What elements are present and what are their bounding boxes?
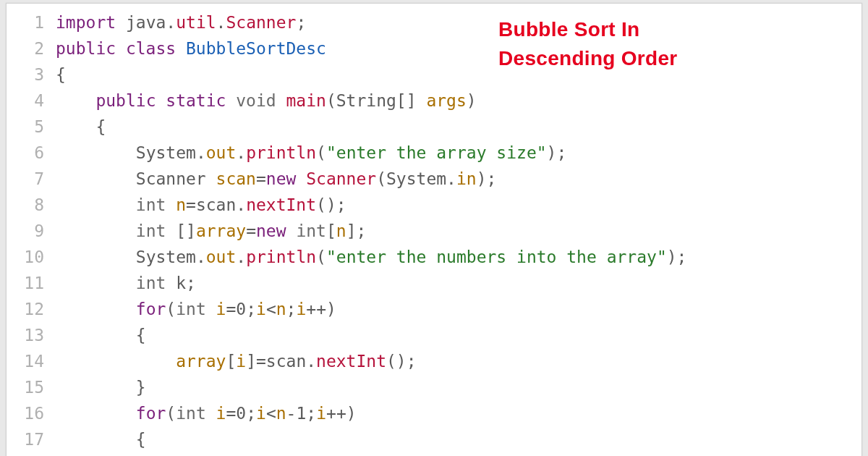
token-type: int: [136, 221, 176, 240]
code-content[interactable]: System.out.println("enter the array size…: [56, 140, 861, 166]
code-line[interactable]: 2public class BubbleSortDesc: [7, 35, 861, 62]
token-punc: []: [176, 221, 196, 240]
token-punc: k;: [176, 274, 196, 292]
code-content[interactable]: public class BubbleSortDesc: [56, 35, 861, 62]
token-call: println: [246, 248, 316, 266]
token-punc: );: [667, 248, 687, 266]
token-var: i: [216, 404, 226, 423]
token-punc: =: [226, 404, 236, 423]
code-content[interactable]: int n=scan.nextInt();: [56, 192, 861, 218]
code-line[interactable]: 7 Scanner scan=new Scanner(System.in);: [7, 166, 861, 192]
token-num: 0: [236, 404, 246, 423]
code-content[interactable]: {: [56, 322, 861, 348]
token-kw: for: [136, 404, 166, 423]
token-punc: {: [56, 326, 146, 345]
token-var: i: [256, 404, 266, 423]
code-container[interactable]: 1import java.util.Scanner;2public class …: [7, 9, 861, 452]
code-line[interactable]: 8 int n=scan.nextInt();: [7, 192, 861, 218]
token-punc: .: [236, 248, 246, 266]
token-punc: ();: [316, 195, 346, 214]
token-punc: [56, 300, 136, 318]
token-punc: {: [56, 65, 66, 84]
code-line[interactable]: 5 {: [7, 114, 861, 140]
code-content[interactable]: }: [56, 374, 861, 400]
token-punc: [56, 352, 176, 371]
line-number: 13: [7, 322, 56, 348]
token-punc: ;: [306, 404, 316, 423]
code-line[interactable]: 10 System.out.println("enter the numbers…: [7, 244, 861, 270]
token-var: out: [206, 248, 237, 266]
token-kw: new: [256, 221, 296, 240]
token-punc: .: [446, 169, 456, 188]
token-punc: .: [196, 248, 206, 266]
code-content[interactable]: for(int i=0;i<n-1;i++): [56, 400, 861, 426]
code-line[interactable]: 17 {: [7, 426, 861, 452]
code-content[interactable]: int k;: [56, 270, 861, 296]
token-call: util: [176, 13, 216, 32]
token-punc: (: [316, 248, 326, 266]
code-line[interactable]: 16 for(int i=0;i<n-1;i++): [7, 400, 861, 426]
line-number: 5: [7, 114, 56, 140]
token-name: BubbleSortDesc: [186, 39, 326, 58]
code-content[interactable]: {: [56, 426, 861, 452]
code-content[interactable]: {: [56, 114, 861, 140]
token-var: i: [236, 352, 246, 371]
token-type: int: [136, 195, 176, 214]
line-number: 12: [7, 296, 56, 322]
code-content[interactable]: array[i]=scan.nextInt();: [56, 348, 861, 374]
code-line[interactable]: 14 array[i]=scan.nextInt();: [7, 348, 861, 374]
token-punc: }: [56, 378, 146, 397]
code-content[interactable]: int []array=new int[n];: [56, 218, 861, 244]
token-punc: ++): [326, 404, 357, 423]
code-content[interactable]: for(int i=0;i<n;i++): [56, 296, 861, 322]
line-number: 4: [7, 88, 56, 114]
code-line[interactable]: 6 System.out.println("enter the array si…: [7, 140, 861, 166]
token-punc: ++): [306, 300, 336, 318]
code-content[interactable]: public static void main(String[] args): [56, 88, 861, 114]
code-line[interactable]: 4 public static void main(String[] args): [7, 88, 861, 114]
token-punc: {: [56, 430, 146, 449]
token-type: int: [296, 221, 326, 240]
token-call: nextInt: [316, 352, 386, 371]
token-punc: []: [396, 91, 427, 110]
line-number: 3: [7, 62, 56, 88]
token-punc: [56, 404, 136, 423]
token-punc: (: [316, 143, 326, 162]
line-number: 2: [7, 35, 56, 62]
token-kw: for: [136, 300, 166, 318]
token-kw: import: [56, 13, 126, 32]
token-punc: -: [286, 404, 297, 423]
code-line[interactable]: 13 {: [7, 322, 861, 348]
token-var: i: [296, 300, 306, 318]
token-type: int: [176, 300, 216, 318]
token-punc: (: [166, 300, 176, 318]
code-content[interactable]: {: [56, 62, 861, 88]
token-punc: =: [256, 169, 266, 188]
code-line[interactable]: 15 }: [7, 374, 861, 400]
code-line[interactable]: 3{: [7, 62, 861, 88]
token-punc: .: [236, 143, 246, 162]
token-punc: [: [226, 352, 236, 371]
token-punc: (: [166, 404, 176, 423]
code-content[interactable]: import java.util.Scanner;: [56, 9, 861, 35]
code-line[interactable]: 1import java.util.Scanner;: [7, 9, 861, 35]
code-content[interactable]: System.out.println("enter the numbers in…: [56, 244, 861, 270]
token-punc: (: [326, 91, 336, 110]
token-obj: System: [386, 169, 446, 188]
token-var: n: [276, 404, 286, 423]
token-call: Scanner: [226, 13, 296, 32]
token-punc: [56, 143, 136, 162]
line-number: 1: [7, 9, 56, 35]
code-line[interactable]: 11 int k;: [7, 270, 861, 296]
token-punc: ]=scan.: [246, 352, 316, 371]
token-punc: .: [216, 13, 226, 32]
token-punc: [56, 274, 136, 292]
line-number: 10: [7, 244, 56, 270]
title-overlay: Bubble Sort In Descending Order: [498, 15, 678, 73]
token-punc: =: [246, 221, 256, 240]
token-kw: new: [266, 169, 306, 188]
code-line[interactable]: 9 int []array=new int[n];: [7, 218, 861, 244]
code-line[interactable]: 12 for(int i=0;i<n;i++): [7, 296, 861, 322]
token-punc: {: [56, 117, 106, 136]
code-content[interactable]: Scanner scan=new Scanner(System.in);: [56, 166, 861, 192]
